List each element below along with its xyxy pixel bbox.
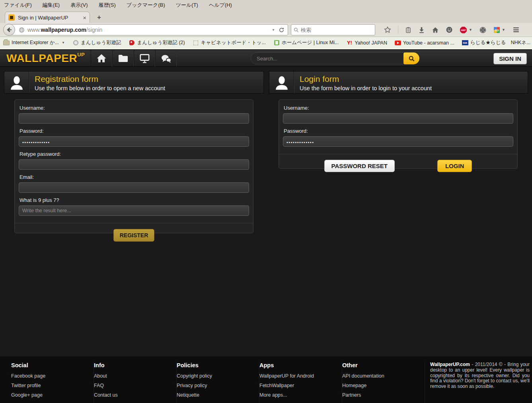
adblock-plus-icon[interactable]: ABP ▼ <box>460 26 472 34</box>
footer-col-other: Other API documentation Homepage Partner… <box>342 362 425 403</box>
reg-captcha-input[interactable] <box>19 205 249 216</box>
globe-icon <box>19 27 25 33</box>
bookmarks-bar: Internet Explorer か... ▼ まんしゅう彩遊記 まんしゅう彩… <box>0 37 532 49</box>
bookmark-manshu[interactable]: まんしゅう彩遊記 <box>72 39 121 46</box>
bookmark-manshu-2[interactable]: まんしゅう彩遊記 (2) <box>129 39 185 46</box>
footer-link[interactable]: Contact us <box>94 392 170 398</box>
menu-tools[interactable]: ツール(T) <box>176 2 198 9</box>
footer-link[interactable]: FAQ <box>94 383 170 388</box>
reg-username-input[interactable] <box>19 113 249 124</box>
reg-email-input[interactable] <box>19 182 249 193</box>
reg-retype-input[interactable] <box>19 159 249 170</box>
menu-history[interactable]: 履歴(S) <box>99 2 116 9</box>
registration-form: Username: Password: Retype password: Ema… <box>14 99 253 233</box>
footer-link[interactable]: Twitter profile <box>11 383 87 388</box>
footer-link[interactable]: Copyright policy <box>177 373 253 379</box>
adblock-dropdown-icon[interactable]: ▼ <box>469 28 472 32</box>
login-subtitle: Use the form below in order to login to … <box>300 85 432 91</box>
bookmark-label: ホームページ | Linux Mi... <box>282 39 339 46</box>
footer-copyright: WallpaperUP.com - 2011/2014 © - Bring yo… <box>430 362 530 403</box>
back-button[interactable] <box>3 24 15 36</box>
footer-link[interactable]: Homepage <box>342 383 418 388</box>
footer-col-title: Info <box>94 362 170 368</box>
nav-wallpapers[interactable] <box>134 50 155 67</box>
s3-translator-icon[interactable]: S3 ▼ <box>493 27 505 33</box>
footer-link[interactable]: Partners <box>342 392 418 398</box>
wallpaper-icon <box>139 54 150 63</box>
bookmark-cabinet-board[interactable]: キャビネットボード・トッ... <box>193 39 266 46</box>
menu-help[interactable]: ヘルプ(H) <box>209 2 232 9</box>
footer-link[interactable]: Privacy policy <box>177 383 253 388</box>
footer-link[interactable]: FetchWallpaper <box>259 383 335 388</box>
footer-link[interactable]: WallpaperUP for Android <box>259 373 335 379</box>
yahoo-icon: Y! <box>347 40 352 46</box>
person-icon <box>4 72 29 93</box>
reg-password-input[interactable] <box>19 136 249 147</box>
bookmarks-panel-icon[interactable] <box>405 27 411 33</box>
footer-link[interactable]: Netiquette <box>177 392 253 398</box>
new-tab-button[interactable]: + <box>94 13 104 22</box>
browser-menubar: ファイル(F) 編集(E) 表示(V) 履歴(S) ブックマーク(B) ツール(… <box>0 0 532 10</box>
reg-email-label: Email: <box>19 174 249 180</box>
home-icon[interactable] <box>432 27 439 33</box>
wallpaperup-logo[interactable]: WALLPAPERUP <box>6 52 85 65</box>
footer-col-title: Apps <box>259 362 335 368</box>
browser-search-input[interactable] <box>301 27 372 33</box>
bookmark-yahoo-japan[interactable]: Y! Yahoo! JAPAN <box>346 40 387 46</box>
bookmark-nhk-rajiru[interactable]: NHK らじる★らじる NHKネ... <box>462 39 530 46</box>
tab-close-icon[interactable]: × <box>83 14 86 21</box>
nav-categories[interactable] <box>112 50 134 67</box>
footer-link[interactable]: API documentation <box>342 373 418 379</box>
login-password-input[interactable] <box>283 136 513 147</box>
video-helper-reel-icon[interactable] <box>479 26 487 34</box>
url-bar[interactable]: www.wallpaperup.com/signin ▼ <box>10 24 288 35</box>
register-button[interactable]: REGISTER <box>113 229 155 242</box>
signin-button[interactable]: SIGN IN <box>493 53 527 64</box>
chat-smiley-icon[interactable] <box>446 26 453 33</box>
browser-search-box[interactable] <box>291 24 375 35</box>
reload-icon[interactable] <box>279 27 288 33</box>
login-button-row: PASSWORD RESET LOGIN <box>279 154 517 178</box>
downloads-icon[interactable] <box>418 27 425 33</box>
footer-col-social: Social Facebook page Twitter profile Goo… <box>11 362 94 403</box>
bookmark-linux-mint[interactable]: ホームページ | Linux Mi... <box>273 39 339 46</box>
footer-col-title: Social <box>11 362 87 368</box>
url-history-dropdown-icon[interactable]: ▼ <box>268 28 279 32</box>
bookmark-label: Yahoo! JAPAN <box>355 40 387 46</box>
tab-title: Sign in | WallpaperUP <box>18 15 80 21</box>
bookmark-folder-ie[interactable]: Internet Explorer か... ▼ <box>3 39 65 46</box>
nav-home[interactable] <box>91 50 112 67</box>
reg-username-label: Username: <box>19 105 249 111</box>
footer-link[interactable]: Facebook page <box>11 373 87 379</box>
site-footer: Social Facebook page Twitter profile Goo… <box>0 356 532 403</box>
hamburger-menu-icon[interactable] <box>512 26 520 33</box>
site-search-button[interactable] <box>403 52 419 64</box>
s3-dropdown-icon[interactable]: ▼ <box>502 28 505 32</box>
login-button[interactable]: LOGIN <box>437 160 472 172</box>
bookmark-youtube[interactable]: YouTube - acarsman ... <box>395 40 454 46</box>
footer-link[interactable]: Google+ page <box>11 392 87 398</box>
login-username-input[interactable] <box>283 113 513 124</box>
registration-title: Registration form <box>35 74 165 84</box>
footer-col-title: Other <box>342 362 418 368</box>
footer-link[interactable]: About <box>94 373 170 379</box>
svg-text:ABP: ABP <box>461 29 466 31</box>
bookmark-label: まんしゅう彩遊記 (2) <box>137 39 185 46</box>
bookmark-star-icon[interactable] <box>384 26 391 33</box>
password-reset-button[interactable]: PASSWORD RESET <box>324 160 395 172</box>
menu-file[interactable]: ファイル(F) <box>4 2 32 9</box>
home-icon <box>96 54 107 63</box>
search-icon <box>294 27 299 33</box>
menu-edit[interactable]: 編集(E) <box>43 2 60 9</box>
footer-link[interactable]: More apps... <box>259 392 335 398</box>
green-site-icon <box>274 40 279 45</box>
reg-captcha-label: What is 9 plus 7? <box>19 197 249 203</box>
tab-signin[interactable]: Sign in | WallpaperUP × <box>5 12 90 23</box>
folder-icon <box>118 54 129 63</box>
site-search-input[interactable] <box>251 52 403 64</box>
menu-view[interactable]: 表示(V) <box>70 2 88 9</box>
menu-bookmarks[interactable]: ブックマーク(B) <box>127 2 165 9</box>
login-password-label: Password: <box>284 128 513 134</box>
nav-community[interactable] <box>155 50 177 67</box>
footer-col-title: Policies <box>177 362 253 368</box>
